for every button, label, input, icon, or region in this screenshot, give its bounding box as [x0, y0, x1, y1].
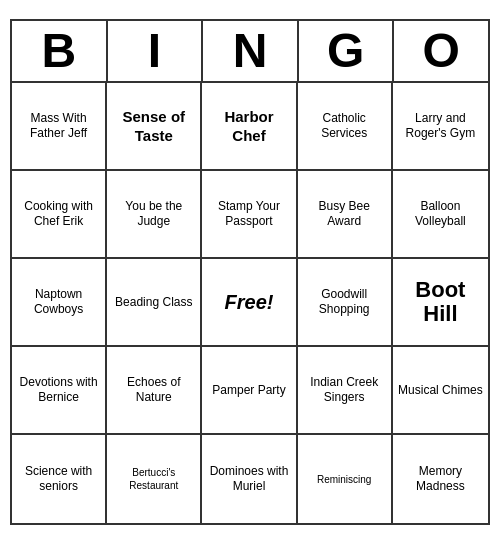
bingo-cell-23: Reminiscing	[298, 435, 393, 523]
bingo-cell-10: Naptown Cowboys	[12, 259, 107, 347]
bingo-letter-o: O	[394, 21, 488, 82]
bingo-cell-2: Harbor Chef	[202, 83, 297, 171]
bingo-card: BINGO Mass With Father JeffSense of Tast…	[10, 19, 490, 526]
bingo-cell-14: Boot Hill	[393, 259, 488, 347]
bingo-cell-6: You be the Judge	[107, 171, 202, 259]
bingo-cell-9: Balloon Volleyball	[393, 171, 488, 259]
bingo-cell-4: Larry and Roger's Gym	[393, 83, 488, 171]
bingo-cell-3: Catholic Services	[298, 83, 393, 171]
bingo-cell-5: Cooking with Chef Erik	[12, 171, 107, 259]
bingo-cell-22: Dominoes with Muriel	[202, 435, 297, 523]
bingo-cell-16: Echoes of Nature	[107, 347, 202, 435]
bingo-cell-12: Free!	[202, 259, 297, 347]
bingo-cell-21: Bertucci's Restaurant	[107, 435, 202, 523]
bingo-cell-11: Beading Class	[107, 259, 202, 347]
bingo-cell-17: Pamper Party	[202, 347, 297, 435]
bingo-cell-20: Science with seniors	[12, 435, 107, 523]
bingo-cell-1: Sense of Taste	[107, 83, 202, 171]
bingo-grid: Mass With Father JeffSense of TasteHarbo…	[12, 83, 488, 523]
bingo-cell-8: Busy Bee Award	[298, 171, 393, 259]
bingo-header: BINGO	[12, 21, 488, 84]
bingo-cell-19: Musical Chimes	[393, 347, 488, 435]
bingo-cell-13: Goodwill Shopping	[298, 259, 393, 347]
bingo-letter-b: B	[12, 21, 108, 82]
bingo-letter-i: I	[108, 21, 204, 82]
bingo-cell-15: Devotions with Bernice	[12, 347, 107, 435]
bingo-cell-24: Memory Madness	[393, 435, 488, 523]
bingo-cell-0: Mass With Father Jeff	[12, 83, 107, 171]
bingo-letter-n: N	[203, 21, 299, 82]
bingo-letter-g: G	[299, 21, 395, 82]
bingo-cell-18: Indian Creek Singers	[298, 347, 393, 435]
bingo-cell-7: Stamp Your Passport	[202, 171, 297, 259]
